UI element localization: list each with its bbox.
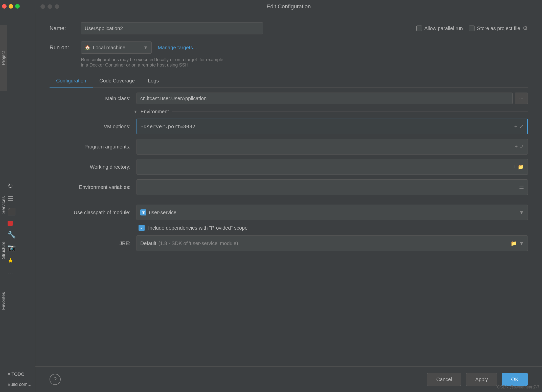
build-label[interactable]: Build com... — [8, 382, 31, 387]
allow-parallel-group: Allow parallel run — [416, 26, 463, 31]
jre-browse-icon[interactable]: 📁 — [511, 240, 517, 246]
hint-line2: in a Docker Container or on a remote hos… — [81, 62, 528, 68]
tab-logs[interactable]: Logs — [141, 75, 165, 88]
project-tab[interactable]: Project — [0, 25, 7, 91]
gear-icon[interactable]: ⚙ — [523, 25, 528, 32]
program-args-add-icon[interactable]: + — [514, 143, 518, 150]
manage-targets-link[interactable]: Manage targets... — [158, 45, 197, 51]
main-class-input-group: ··· — [137, 93, 528, 104]
jre-row: JRE: Default (1.8 - SDK of 'user-service… — [50, 235, 528, 251]
watermark: CSDN @sweetheart7-7 — [497, 385, 539, 389]
jre-dropdown[interactable]: Default (1.8 - SDK of 'user-service' mod… — [137, 235, 528, 251]
camera-icon[interactable]: 📷 — [8, 244, 16, 252]
side-icons: ↻ ☰ ⬛ 🔧 📷 ★ ⋯ — [8, 182, 16, 276]
dialog-container: Edit Configuration Name: Allow parallel … — [35, 0, 542, 392]
services-tab[interactable]: Services — [0, 185, 7, 225]
favorites-tab[interactable]: Favorites — [0, 276, 7, 326]
classpath-value: user-service — [149, 210, 519, 215]
check-mark: ✓ — [140, 226, 143, 230]
tab-configuration[interactable]: Configuration — [50, 75, 93, 88]
vm-options-input-wrapper: + ⤢ — [137, 119, 528, 134]
jre-hint: (1.8 - SDK of 'user-service' module) — [158, 241, 511, 246]
environment-header: ▼ Environment — [50, 109, 528, 115]
dialog-footer: ? Cancel Apply OK — [35, 366, 542, 392]
working-dir-add-icon[interactable]: + — [512, 164, 516, 170]
hint-line1: Run configurations may be executed local… — [81, 57, 528, 62]
dialog-body: Name: Allow parallel run Store as projec… — [35, 13, 542, 366]
program-args-expand-icon[interactable]: ⤢ — [520, 144, 524, 150]
program-args-input[interactable] — [140, 144, 514, 150]
vm-options-input[interactable] — [141, 123, 514, 129]
name-row: Name: Allow parallel run Store as projec… — [50, 22, 528, 34]
maximize-dot[interactable] — [15, 4, 20, 9]
jre-label: JRE: — [50, 241, 130, 246]
include-deps-checkbox[interactable]: ✓ — [139, 225, 145, 231]
program-args-row: Program arguments: + ⤢ — [50, 139, 528, 155]
main-class-row: Main class: ··· — [50, 93, 528, 104]
vm-options-label: VM options: — [50, 124, 130, 129]
classpath-arrow: ▼ — [519, 210, 524, 215]
refresh-icon[interactable]: ↻ — [8, 182, 16, 190]
store-project-checkbox[interactable] — [469, 26, 475, 31]
classpath-label: Use classpath of module: — [50, 210, 130, 215]
allow-parallel-checkbox[interactable] — [416, 26, 422, 31]
env-vars-browse-icon[interactable]: ☰ — [519, 184, 524, 190]
stop-icon[interactable] — [8, 221, 13, 226]
name-label: Name: — [50, 25, 75, 32]
titlebar-dot-2 — [48, 4, 52, 9]
content-area: Main class: ··· ▼ Environment VM options… — [50, 88, 528, 366]
run-on-hint: Run configurations may be executed local… — [81, 57, 528, 68]
working-dir-wrapper: + 📁 — [137, 159, 528, 175]
vm-options-expand-icon[interactable]: ⤢ — [520, 123, 524, 129]
main-class-label: Main class: — [50, 96, 130, 101]
working-dir-browse-icon[interactable]: 📁 — [518, 164, 524, 170]
run-on-dropdown[interactable]: 🏠 Local machine ▼ — [81, 41, 152, 54]
structure-tab[interactable]: Structure — [0, 225, 7, 276]
todo-label[interactable]: ≡ TODO — [8, 372, 25, 377]
store-project-label: Store as project file — [477, 26, 520, 31]
help-button[interactable]: ? — [50, 374, 61, 385]
name-input[interactable] — [81, 22, 263, 34]
env-vars-wrapper: ☰ — [137, 179, 528, 195]
env-vars-row: Environment variables: ☰ — [50, 179, 528, 195]
run-on-value: Local machine — [93, 45, 141, 51]
close-dot[interactable] — [2, 4, 7, 9]
store-project-group: Store as project file ⚙ — [469, 25, 528, 32]
main-class-input[interactable] — [137, 93, 513, 104]
working-dir-label: Working directory: — [50, 164, 130, 170]
classpath-dropdown[interactable]: ▣ user-service ▼ — [137, 205, 528, 220]
ok-button[interactable]: OK — [502, 373, 528, 386]
dialog-title: Edit Configuration — [267, 3, 311, 10]
titlebar-dots — [40, 4, 59, 9]
expand-icon[interactable]: ⋯ — [8, 270, 16, 276]
dialog-titlebar: Edit Configuration — [35, 0, 542, 13]
list-icon[interactable]: ☰ — [8, 195, 16, 203]
cancel-button[interactable]: Cancel — [427, 373, 461, 386]
environment-label: Environment — [141, 109, 169, 115]
titlebar-dot-1 — [40, 4, 45, 9]
main-class-browse-btn[interactable]: ··· — [515, 93, 528, 104]
tab-code-coverage[interactable]: Code Coverage — [93, 75, 141, 88]
puzzle-icon[interactable]: ⬛ — [8, 208, 16, 216]
vm-options-add-icon[interactable]: + — [514, 123, 517, 130]
apply-button[interactable]: Apply — [466, 373, 497, 386]
run-on-row: Run on: 🏠 Local machine ▼ Manage targets… — [50, 41, 528, 54]
module-icon: ▣ — [140, 209, 146, 215]
env-divider — [172, 112, 528, 112]
include-deps-row: ✓ Include dependencies with "Provided" s… — [139, 225, 528, 231]
working-dir-input[interactable] — [140, 164, 512, 170]
program-args-label: Program arguments: — [50, 144, 130, 150]
wrench-icon[interactable]: 🔧 — [8, 231, 16, 239]
classpath-row: Use classpath of module: ▣ user-service … — [50, 205, 528, 220]
star-icon[interactable]: ★ — [8, 257, 16, 265]
app-topbar — [0, 0, 35, 13]
program-args-wrapper: + ⤢ — [137, 139, 528, 155]
tabs-row: Configuration Code Coverage Logs — [50, 75, 528, 88]
jre-default: Default — [140, 241, 156, 246]
allow-parallel-label: Allow parallel run — [424, 26, 463, 31]
env-vars-input[interactable] — [140, 184, 519, 190]
include-deps-label: Include dependencies with "Provided" sco… — [148, 225, 247, 231]
spacer — [50, 200, 528, 205]
minimize-dot[interactable] — [9, 4, 13, 9]
env-collapse-arrow[interactable]: ▼ — [133, 110, 138, 114]
